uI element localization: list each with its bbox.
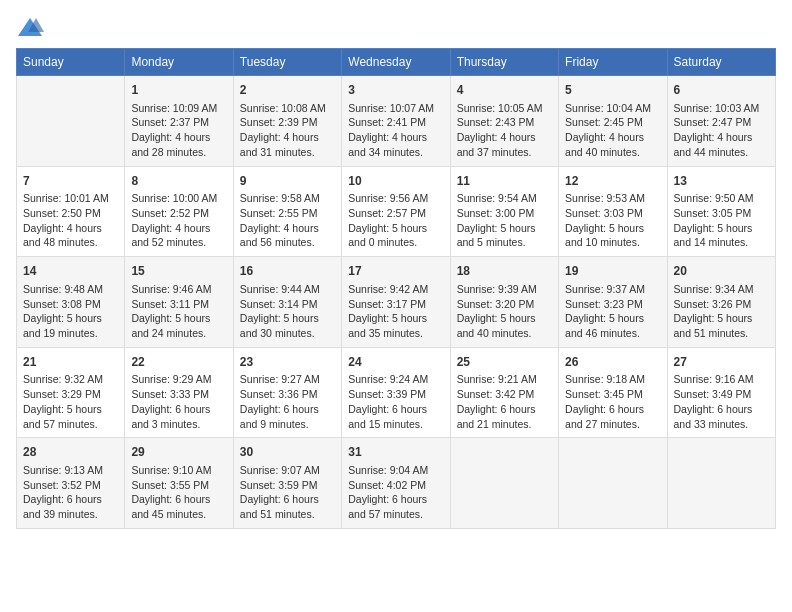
day-info-line: and 51 minutes. <box>240 507 335 522</box>
day-info-line: Sunrise: 10:04 AM <box>565 101 660 116</box>
day-info-line: Sunrise: 9:58 AM <box>240 191 335 206</box>
day-info-line: and 44 minutes. <box>674 145 769 160</box>
day-info-line: Daylight: 6 hours <box>348 492 443 507</box>
day-info-line: Sunset: 3:26 PM <box>674 297 769 312</box>
day-info-line: Sunrise: 9:44 AM <box>240 282 335 297</box>
day-info-line: Sunset: 4:02 PM <box>348 478 443 493</box>
day-info-line: Sunrise: 9:46 AM <box>131 282 226 297</box>
day-info-line: Sunset: 3:55 PM <box>131 478 226 493</box>
day-info-line: and 9 minutes. <box>240 417 335 432</box>
day-info-line: and 34 minutes. <box>348 145 443 160</box>
day-info-line: Sunrise: 10:00 AM <box>131 191 226 206</box>
day-info-line: Sunrise: 9:16 AM <box>674 372 769 387</box>
day-info-line: Daylight: 4 hours <box>565 130 660 145</box>
day-info-line: Sunset: 3:00 PM <box>457 206 552 221</box>
day-info-line: and 3 minutes. <box>131 417 226 432</box>
day-info-line: and 27 minutes. <box>565 417 660 432</box>
day-info-line: Daylight: 4 hours <box>674 130 769 145</box>
weekday-header: Wednesday <box>342 49 450 76</box>
day-info-line: Sunrise: 9:34 AM <box>674 282 769 297</box>
day-info-line: and 10 minutes. <box>565 235 660 250</box>
day-info-line: and 31 minutes. <box>240 145 335 160</box>
day-info-line: and 57 minutes. <box>348 507 443 522</box>
day-info-line: Sunrise: 9:21 AM <box>457 372 552 387</box>
weekday-header: Thursday <box>450 49 558 76</box>
day-info-line: and 33 minutes. <box>674 417 769 432</box>
day-number: 4 <box>457 82 552 99</box>
day-info-line: Daylight: 5 hours <box>23 402 118 417</box>
day-info-line: Sunrise: 9:10 AM <box>131 463 226 478</box>
day-number: 9 <box>240 173 335 190</box>
day-info-line: Sunrise: 10:05 AM <box>457 101 552 116</box>
calendar-cell: 27Sunrise: 9:16 AMSunset: 3:49 PMDayligh… <box>667 347 775 438</box>
weekday-header: Saturday <box>667 49 775 76</box>
day-info-line: Sunset: 3:39 PM <box>348 387 443 402</box>
day-info-line: Sunrise: 9:39 AM <box>457 282 552 297</box>
calendar-cell: 16Sunrise: 9:44 AMSunset: 3:14 PMDayligh… <box>233 257 341 348</box>
day-info-line: Sunset: 2:57 PM <box>348 206 443 221</box>
day-info-line: Sunset: 3:11 PM <box>131 297 226 312</box>
day-info-line: Sunrise: 9:42 AM <box>348 282 443 297</box>
calendar-cell: 19Sunrise: 9:37 AMSunset: 3:23 PMDayligh… <box>559 257 667 348</box>
day-info-line: Daylight: 4 hours <box>348 130 443 145</box>
day-number: 8 <box>131 173 226 190</box>
calendar-cell: 29Sunrise: 9:10 AMSunset: 3:55 PMDayligh… <box>125 438 233 529</box>
day-number: 16 <box>240 263 335 280</box>
day-info-line: Daylight: 5 hours <box>240 311 335 326</box>
day-info-line: Daylight: 4 hours <box>23 221 118 236</box>
logo <box>16 16 48 40</box>
day-number: 25 <box>457 354 552 371</box>
day-info-line: Daylight: 5 hours <box>348 311 443 326</box>
calendar-cell: 15Sunrise: 9:46 AMSunset: 3:11 PMDayligh… <box>125 257 233 348</box>
day-info-line: and 52 minutes. <box>131 235 226 250</box>
day-info-line: Sunset: 3:33 PM <box>131 387 226 402</box>
calendar-cell: 11Sunrise: 9:54 AMSunset: 3:00 PMDayligh… <box>450 166 558 257</box>
day-info-line: and 5 minutes. <box>457 235 552 250</box>
day-info-line: Daylight: 6 hours <box>565 402 660 417</box>
calendar-cell: 13Sunrise: 9:50 AMSunset: 3:05 PMDayligh… <box>667 166 775 257</box>
day-info-line: and 35 minutes. <box>348 326 443 341</box>
calendar-cell: 7Sunrise: 10:01 AMSunset: 2:50 PMDayligh… <box>17 166 125 257</box>
day-info-line: and 51 minutes. <box>674 326 769 341</box>
calendar-cell: 12Sunrise: 9:53 AMSunset: 3:03 PMDayligh… <box>559 166 667 257</box>
day-number: 27 <box>674 354 769 371</box>
day-info-line: Daylight: 6 hours <box>240 402 335 417</box>
day-number: 13 <box>674 173 769 190</box>
calendar-cell: 1Sunrise: 10:09 AMSunset: 2:37 PMDayligh… <box>125 76 233 167</box>
day-info-line: and 37 minutes. <box>457 145 552 160</box>
day-info-line: Sunset: 2:37 PM <box>131 115 226 130</box>
day-info-line: Sunset: 3:23 PM <box>565 297 660 312</box>
day-info-line: Sunset: 3:20 PM <box>457 297 552 312</box>
day-info-line: Sunset: 3:17 PM <box>348 297 443 312</box>
day-info-line: Sunrise: 9:27 AM <box>240 372 335 387</box>
day-number: 6 <box>674 82 769 99</box>
calendar-cell: 9Sunrise: 9:58 AMSunset: 2:55 PMDaylight… <box>233 166 341 257</box>
day-number: 1 <box>131 82 226 99</box>
day-info-line: Sunrise: 9:18 AM <box>565 372 660 387</box>
calendar-cell: 22Sunrise: 9:29 AMSunset: 3:33 PMDayligh… <box>125 347 233 438</box>
day-number: 19 <box>565 263 660 280</box>
day-info-line: Sunset: 2:41 PM <box>348 115 443 130</box>
day-number: 12 <box>565 173 660 190</box>
calendar-week-row: 28Sunrise: 9:13 AMSunset: 3:52 PMDayligh… <box>17 438 776 529</box>
calendar-cell: 24Sunrise: 9:24 AMSunset: 3:39 PMDayligh… <box>342 347 450 438</box>
day-info-line: Sunrise: 9:07 AM <box>240 463 335 478</box>
day-info-line: Sunrise: 10:09 AM <box>131 101 226 116</box>
day-info-line: Daylight: 6 hours <box>131 402 226 417</box>
day-info-line: Sunset: 3:52 PM <box>23 478 118 493</box>
day-info-line: and 15 minutes. <box>348 417 443 432</box>
weekday-header-row: SundayMondayTuesdayWednesdayThursdayFrid… <box>17 49 776 76</box>
day-info-line: Sunset: 3:08 PM <box>23 297 118 312</box>
calendar-week-row: 7Sunrise: 10:01 AMSunset: 2:50 PMDayligh… <box>17 166 776 257</box>
day-info-line: Daylight: 4 hours <box>131 130 226 145</box>
day-number: 11 <box>457 173 552 190</box>
day-number: 24 <box>348 354 443 371</box>
calendar-cell: 18Sunrise: 9:39 AMSunset: 3:20 PMDayligh… <box>450 257 558 348</box>
calendar-week-row: 21Sunrise: 9:32 AMSunset: 3:29 PMDayligh… <box>17 347 776 438</box>
day-number: 2 <box>240 82 335 99</box>
day-info-line: and 39 minutes. <box>23 507 118 522</box>
day-info-line: Sunrise: 9:50 AM <box>674 191 769 206</box>
day-number: 7 <box>23 173 118 190</box>
day-info-line: Sunset: 2:39 PM <box>240 115 335 130</box>
calendar-table: SundayMondayTuesdayWednesdayThursdayFrid… <box>16 48 776 529</box>
